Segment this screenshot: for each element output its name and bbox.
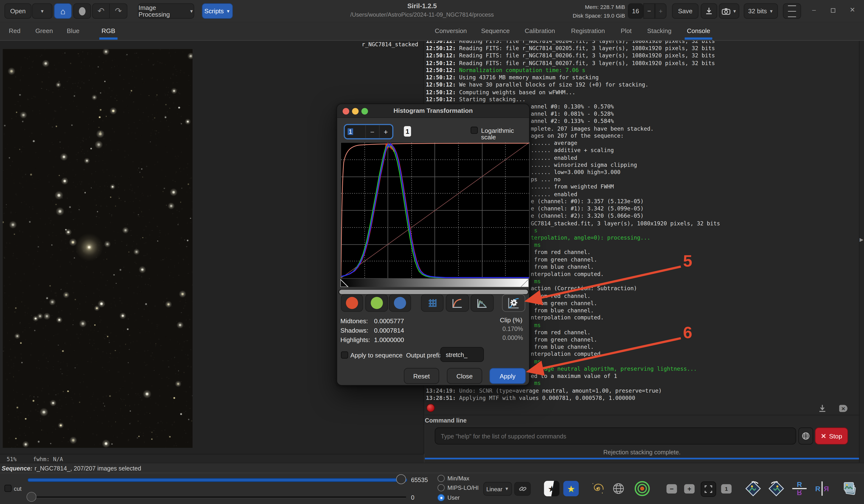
console-line: e (channel: #0): 3.357 (5.123e-05) [531, 198, 644, 204]
expand-panel-arrow[interactable]: ▶ [860, 237, 864, 243]
histogram-plot[interactable] [340, 142, 530, 279]
low-slider-track[interactable] [27, 496, 406, 499]
photometry-button[interactable] [633, 480, 651, 497]
high-slider-handle[interactable] [396, 474, 406, 484]
export-log-button[interactable] [818, 404, 826, 415]
white-point-marker[interactable] [521, 279, 528, 287]
apply-button[interactable]: Apply [489, 368, 526, 384]
high-slider-track[interactable] [27, 478, 407, 482]
histogram-display-toggle[interactable] [471, 294, 494, 312]
midtones-spinner[interactable]: 1 − + [344, 124, 393, 139]
command-help-button[interactable] [799, 427, 813, 444]
radio-user[interactable] [437, 494, 445, 501]
rotate-ccw-button[interactable] [744, 479, 763, 498]
tab-rgb[interactable]: RGB [101, 22, 115, 39]
bit-depth-value: 32 bits [748, 8, 767, 14]
grid-toggle[interactable] [421, 294, 444, 312]
open-recent-dropdown[interactable]: ▼ [32, 3, 52, 19]
rotate-cw-button[interactable] [767, 479, 785, 498]
clear-log-button[interactable]: ✕ [839, 405, 847, 412]
output-prefix-label: Output prefix: [406, 352, 444, 358]
annotations-button[interactable] [610, 481, 627, 496]
tab-blue[interactable]: Blue [67, 22, 80, 39]
curve-toggle[interactable] [446, 294, 469, 312]
sequence-frames-button[interactable] [840, 479, 860, 498]
tab-stacking[interactable]: Stacking [647, 22, 672, 39]
negative-view-button[interactable]: ★ [544, 481, 559, 496]
black-point-marker[interactable] [340, 279, 348, 287]
undo-button[interactable]: ↶ [92, 3, 110, 19]
thread-count-field[interactable]: 16 [628, 3, 643, 19]
home-button[interactable]: ⌂ [54, 3, 72, 19]
tab-registration[interactable]: Registration [571, 22, 605, 39]
snapshot-button[interactable]: ▼ [719, 3, 739, 19]
tab-sequence[interactable]: Sequence [481, 22, 510, 39]
display-mode-dropdown[interactable]: Linear▼ [483, 482, 512, 496]
thread-increment-button[interactable]: + [655, 3, 667, 19]
mac-close-button[interactable] [343, 108, 349, 114]
shadows-value: 0.0007814 [374, 327, 404, 334]
output-prefix-input[interactable]: stretch_ [440, 347, 484, 362]
scripts-menu[interactable]: Scripts▼ [202, 3, 233, 19]
console-line: action (Correction: Subtraction) [531, 286, 637, 292]
console-line: nterpolation computed. [531, 351, 604, 357]
zoom-100-button[interactable]: 1 [721, 484, 732, 494]
maximize-button[interactable] [831, 8, 835, 13]
stop-button[interactable]: ✕Stop [815, 427, 848, 444]
mac-minimize-button[interactable] [352, 108, 358, 114]
astrometry-button[interactable] [589, 481, 606, 496]
mac-zoom-button[interactable] [361, 108, 368, 114]
red-channel-toggle[interactable] [341, 294, 363, 312]
radio-mips[interactable] [437, 484, 445, 491]
grid-icon [427, 297, 438, 308]
link-channels-button[interactable] [514, 482, 531, 496]
tab-calibration[interactable]: Calibration [525, 22, 555, 39]
console-line: from blue channel. [531, 307, 594, 314]
zoom-out-button[interactable]: − [667, 484, 677, 494]
console-line: ms [531, 242, 541, 248]
star-image[interactable] [3, 49, 192, 448]
chevron-down-icon: ▼ [226, 9, 230, 13]
redo-button[interactable]: ↷ [110, 3, 127, 19]
save-as-button[interactable] [701, 3, 717, 19]
command-input[interactable] [435, 427, 796, 444]
console-line: annel #1: 0.081% - 0.528% [531, 111, 614, 117]
tab-plot[interactable]: Plot [621, 22, 632, 39]
apply-to-sequence-checkbox[interactable] [341, 352, 348, 359]
console-line: ...... enabled [531, 191, 577, 197]
tab-conversion[interactable]: Conversion [435, 22, 467, 39]
minimize-button[interactable]: – [812, 6, 816, 14]
console-line: ...... winsorized sigma clipping [531, 162, 637, 168]
save-button[interactable]: Save [672, 3, 698, 19]
console-line: nterpolation computed. [531, 315, 604, 321]
autostretch-button[interactable] [502, 294, 525, 312]
low-slider-handle[interactable] [26, 492, 36, 502]
cut-checkbox[interactable] [4, 485, 12, 492]
image-processing-menu[interactable]: Image Processing▼ [138, 3, 194, 19]
tab-red[interactable]: Red [9, 22, 21, 39]
spinner-decrement[interactable]: − [366, 127, 379, 136]
main-menu-button[interactable] [783, 3, 801, 19]
spinner-increment[interactable]: + [380, 127, 393, 136]
close-button[interactable]: ✕ [850, 6, 855, 14]
thread-decrement-button[interactable]: − [643, 3, 655, 19]
blue-channel-toggle[interactable] [389, 294, 411, 312]
reset-button[interactable]: Reset [404, 368, 439, 384]
tab-green[interactable]: Green [35, 22, 53, 39]
radio-minmax[interactable] [437, 475, 445, 482]
zoom-in-button[interactable]: + [684, 484, 694, 494]
record-script-button[interactable] [73, 3, 91, 19]
zoom-fit-button[interactable] [701, 481, 716, 497]
tab-console[interactable]: Console [687, 22, 710, 39]
open-button[interactable]: Open [4, 3, 31, 19]
bit-depth-dropdown[interactable]: 32 bits▼ [744, 3, 778, 19]
log-scale-checkbox[interactable] [471, 127, 478, 134]
false-color-button[interactable]: ★ [563, 481, 579, 496]
mirror-vertical-button[interactable]: RR [790, 479, 809, 498]
green-channel-toggle[interactable] [365, 294, 388, 312]
mirror-horizontal-button[interactable]: RR [813, 479, 831, 498]
redo-icon: ↷ [115, 6, 122, 16]
close-dialog-button[interactable]: Close [447, 368, 482, 384]
histogram-scrollbar[interactable] [338, 289, 529, 295]
console-line: GC7814_stacked.fit, 3 layer(s), 1080x192… [531, 220, 720, 226]
